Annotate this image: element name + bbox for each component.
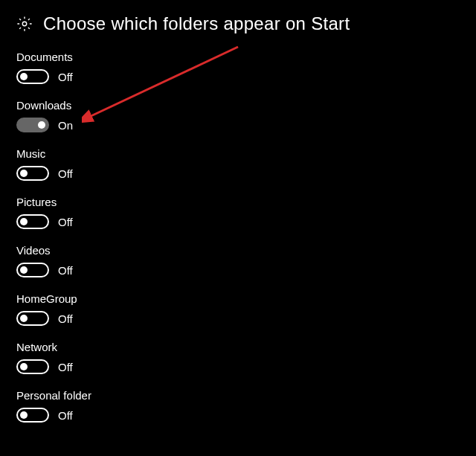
homegroup-toggle[interactable]: [16, 311, 49, 326]
toggle-state-text: Off: [58, 216, 73, 228]
toggle-row: Off: [16, 359, 460, 374]
setting-pictures: Pictures Off: [16, 196, 460, 229]
setting-music: Music Off: [16, 147, 460, 181]
svg-point-0: [22, 22, 27, 26]
toggle-row: Off: [16, 69, 460, 84]
toggle-row: Off: [16, 311, 460, 326]
setting-homegroup: HomeGroup Off: [16, 292, 460, 326]
setting-personal-folder: Personal folder Off: [16, 389, 460, 423]
music-toggle[interactable]: [16, 166, 49, 181]
toggle-state-text: Off: [58, 361, 73, 373]
setting-documents: Documents Off: [16, 51, 460, 84]
toggle-row: On: [16, 118, 460, 132]
videos-toggle[interactable]: [16, 263, 49, 277]
setting-videos: Videos Off: [16, 244, 460, 277]
setting-label: Documents: [16, 51, 460, 63]
page-header: Choose which folders appear on Start: [16, 13, 460, 34]
setting-label: Music: [16, 147, 460, 160]
toggle-state-text: Off: [58, 167, 73, 180]
toggle-state-text: On: [58, 119, 73, 132]
toggle-row: Off: [16, 263, 460, 277]
toggle-row: Off: [16, 408, 460, 423]
network-toggle[interactable]: [16, 359, 49, 374]
pictures-toggle[interactable]: [16, 214, 49, 229]
toggle-state-text: Off: [58, 71, 73, 83]
personal-folder-toggle[interactable]: [16, 408, 49, 423]
setting-label: Videos: [16, 244, 460, 257]
toggle-state-text: Off: [58, 409, 73, 422]
setting-label: Personal folder: [16, 389, 460, 402]
page-title: Choose which folders appear on Start: [43, 13, 350, 34]
documents-toggle[interactable]: [16, 69, 49, 84]
gear-icon: [16, 16, 33, 32]
downloads-toggle[interactable]: [16, 118, 49, 132]
toggle-state-text: Off: [58, 312, 73, 325]
setting-label: Pictures: [16, 196, 460, 208]
setting-label: Downloads: [16, 99, 460, 112]
setting-downloads: Downloads On: [16, 99, 460, 132]
toggle-state-text: Off: [58, 264, 73, 277]
toggle-row: Off: [16, 166, 460, 181]
setting-network: Network Off: [16, 341, 460, 374]
setting-label: HomeGroup: [16, 292, 460, 305]
toggle-row: Off: [16, 214, 460, 229]
setting-label: Network: [16, 341, 460, 353]
